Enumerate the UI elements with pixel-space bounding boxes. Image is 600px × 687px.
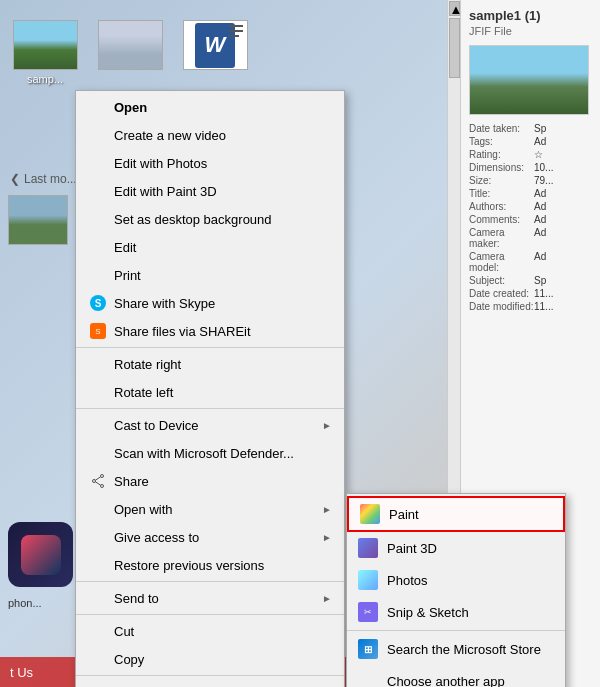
menu-item-copy[interactable]: Copy	[76, 645, 344, 673]
menu-label-edit: Edit	[114, 240, 332, 255]
submenu-label-choose-app: Choose another app	[387, 674, 505, 688]
menu-label-edit-photos: Edit with Photos	[114, 156, 332, 171]
menu-label-give-access: Give access to	[114, 530, 322, 545]
prop-key: Authors:	[469, 201, 534, 212]
menu-item-open[interactable]: Open	[76, 93, 344, 121]
prop-key: Tags:	[469, 136, 534, 147]
scrollbar-up-arrow[interactable]: ▲	[449, 1, 460, 16]
prop-key: Rating:	[469, 149, 534, 160]
print-icon	[88, 265, 108, 285]
menu-item-rotate-right[interactable]: Rotate right	[76, 350, 344, 378]
choose-app-icon	[357, 670, 379, 687]
prop-val: Ad	[534, 214, 546, 225]
menu-label-copy: Copy	[114, 652, 332, 667]
desktop-bg-icon	[88, 209, 108, 229]
submenu-label-snip: Snip & Sketch	[387, 605, 469, 620]
prop-subject: Subject: Sp	[469, 275, 592, 286]
prop-rating: Rating: ☆	[469, 149, 592, 160]
svg-point-1	[101, 485, 104, 488]
submenu-item-snip[interactable]: ✂ Snip & Sketch	[347, 596, 565, 628]
share-icon	[88, 471, 108, 491]
prop-key: Date created:	[469, 288, 534, 299]
menu-item-give-access[interactable]: Give access to ►	[76, 523, 344, 551]
send-to-icon	[88, 588, 108, 608]
submenu-label-paint: Paint	[389, 507, 419, 522]
menu-item-edit-photos[interactable]: Edit with Photos	[76, 149, 344, 177]
photos-app-icon	[357, 569, 379, 591]
desktop-icon-2[interactable]	[95, 20, 165, 85]
rotate-right-icon	[88, 354, 108, 374]
menu-item-share-shareit[interactable]: S Share files via SHAREit	[76, 317, 344, 345]
menu-label-print: Print	[114, 268, 332, 283]
submenu-item-search-store[interactable]: ⊞ Search the Microsoft Store	[347, 633, 565, 665]
snip-app-icon: ✂	[357, 601, 379, 623]
shareit-icon: S	[88, 321, 108, 341]
give-access-arrow: ►	[322, 532, 332, 543]
copy-icon	[88, 649, 108, 669]
phone-app-inner	[21, 535, 61, 575]
prop-date-taken: Date taken: Sp	[469, 123, 592, 134]
menu-item-restore-prev[interactable]: Restore previous versions	[76, 551, 344, 579]
submenu-item-photos[interactable]: Photos	[347, 564, 565, 596]
prop-val: 79...	[534, 175, 553, 186]
submenu-item-choose-app[interactable]: Choose another app	[347, 665, 565, 687]
menu-item-open-with[interactable]: Open with ► Paint Paint 3D	[76, 495, 344, 523]
panel-properties: Date taken: Sp Tags: Ad Rating: ☆ Dimens…	[469, 123, 592, 312]
svg-point-0	[101, 475, 104, 478]
prop-val: Ad	[534, 136, 546, 147]
menu-item-share-skype[interactable]: S Share with Skype	[76, 289, 344, 317]
menu-label-share-skype: Share with Skype	[114, 296, 332, 311]
menu-item-edit-paint3d[interactable]: Edit with Paint 3D	[76, 177, 344, 205]
menu-item-edit[interactable]: Edit	[76, 233, 344, 261]
menu-item-print[interactable]: Print	[76, 261, 344, 289]
menu-label-desktop-bg: Set as desktop background	[114, 212, 332, 227]
menu-item-share[interactable]: Share	[76, 467, 344, 495]
submenu-label-paint3d: Paint 3D	[387, 541, 437, 556]
new-video-icon	[88, 125, 108, 145]
phone-app-icon[interactable]	[8, 522, 73, 587]
menu-item-new-video[interactable]: Create a new video	[76, 121, 344, 149]
menu-item-desktop-bg[interactable]: Set as desktop background	[76, 205, 344, 233]
prop-val: 11...	[534, 288, 553, 299]
menu-item-cut[interactable]: Cut	[76, 617, 344, 645]
edit-paint3d-icon	[88, 181, 108, 201]
prop-key: Size:	[469, 175, 534, 186]
open-with-icon	[88, 499, 108, 519]
prop-camera-model: Camera model: Ad	[469, 251, 592, 273]
prop-val: Ad	[534, 227, 546, 249]
prop-key: Date taken:	[469, 123, 534, 134]
prop-val: 10...	[534, 162, 553, 173]
menu-item-defender[interactable]: Scan with Microsoft Defender...	[76, 439, 344, 467]
menu-label-open: Open	[114, 100, 332, 115]
submenu-item-paint3d[interactable]: Paint 3D	[347, 532, 565, 564]
cut-icon	[88, 621, 108, 641]
prop-key: Camera model:	[469, 251, 534, 273]
create-shortcut-icon	[88, 682, 108, 687]
submenu-label-photos: Photos	[387, 573, 427, 588]
menu-label-share-shareit: Share files via SHAREit	[114, 324, 332, 339]
restore-prev-icon	[88, 555, 108, 575]
prop-authors: Authors: Ad	[469, 201, 592, 212]
prop-title: Title: Ad	[469, 188, 592, 199]
menu-item-create-shortcut[interactable]: Create shortcut	[76, 678, 344, 687]
menu-label-rotate-right: Rotate right	[114, 357, 332, 372]
prop-tags: Tags: Ad	[469, 136, 592, 147]
icon-thumbnail	[13, 20, 78, 70]
submenu-item-paint[interactable]: Paint	[347, 496, 565, 532]
open-with-arrow: ►	[322, 504, 332, 515]
desktop-icon-sample[interactable]: samp...	[10, 20, 80, 85]
menu-item-cast[interactable]: Cast to Device ►	[76, 411, 344, 439]
menu-item-send-to[interactable]: Send to ►	[76, 584, 344, 612]
cast-icon	[88, 415, 108, 435]
prop-camera-maker: Camera maker: Ad	[469, 227, 592, 249]
icon-label: samp...	[27, 73, 63, 85]
prop-key: Subject:	[469, 275, 534, 286]
rotate-left-icon	[88, 382, 108, 402]
scrollbar-thumb[interactable]	[449, 18, 460, 78]
menu-item-rotate-left[interactable]: Rotate left	[76, 378, 344, 406]
separator-2	[76, 408, 344, 409]
shareit-icon-shape: S	[90, 323, 106, 339]
desktop-icon-word[interactable]: W	[180, 20, 250, 85]
bottom-bar-text: t Us	[10, 665, 33, 680]
prop-key: Comments:	[469, 214, 534, 225]
